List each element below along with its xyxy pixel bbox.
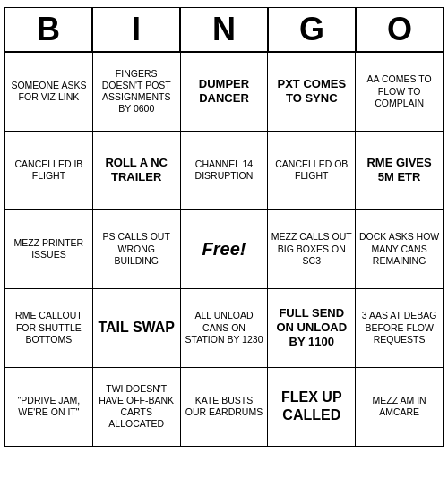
- bingo-cell-8: CANCELLED OB FLIGHT: [268, 132, 356, 210]
- bingo-cell-14: DOCK ASKS HOW MANY CANS REMAINING: [356, 210, 444, 289]
- bingo-cell-1: FINGERS DOESN'T POST ASSIGNMENTS BY 0600: [93, 53, 181, 132]
- bingo-cell-12: Free!: [181, 210, 269, 289]
- header-letter: O: [356, 7, 444, 52]
- bingo-cell-4: AA COMES TO FLOW TO COMPLAIN: [356, 53, 444, 132]
- bingo-cell-16: TAIL SWAP: [93, 289, 181, 368]
- header-letter: I: [92, 7, 180, 52]
- bingo-cell-24: MEZZ AM IN AMCARE: [356, 368, 444, 447]
- bingo-cell-6: ROLL A NC TRAILER: [93, 132, 181, 210]
- bingo-cell-19: 3 AAS AT DEBAG BEFORE FLOW REQUESTS: [356, 289, 444, 368]
- bingo-cell-3: PXT COMES TO SYNC: [268, 53, 356, 132]
- bingo-cell-21: TWI DOESN'T HAVE OFF-BANK CARTS ALLOCATE…: [93, 368, 181, 447]
- bingo-cell-9: RME GIVES 5M ETR: [356, 132, 444, 210]
- bingo-grid: SOMEONE ASKS FOR VIZ LINKFINGERS DOESN'T…: [4, 52, 444, 447]
- bingo-cell-17: ALL UNLOAD CANS ON STATION BY 1230: [181, 289, 269, 368]
- bingo-cell-23: FLEX UP CALLED: [268, 368, 356, 447]
- bingo-cell-2: DUMPER DANCER: [181, 53, 269, 132]
- bingo-cell-5: CANCELLED IB FLIGHT: [5, 132, 93, 210]
- bingo-cell-22: KATE BUSTS OUR EARDRUMS: [181, 368, 269, 447]
- bingo-cell-11: PS CALLS OUT WRONG BUILDING: [93, 210, 181, 289]
- header-letter: G: [268, 7, 356, 52]
- bingo-cell-18: FULL SEND ON UNLOAD BY 1100: [268, 289, 356, 368]
- bingo-cell-13: MEZZ CALLS OUT BIG BOXES ON SC3: [268, 210, 356, 289]
- header-letter: N: [180, 7, 268, 52]
- bingo-cell-15: RME CALLOUT FOR SHUTTLE BOTTOMS: [5, 289, 93, 368]
- bingo-header: BINGO: [4, 7, 444, 52]
- bingo-cell-10: MEZZ PRINTER ISSUES: [5, 210, 93, 289]
- bingo-cell-20: "PDRIVE JAM, WE'RE ON IT": [5, 368, 93, 447]
- bingo-cell-0: SOMEONE ASKS FOR VIZ LINK: [5, 53, 93, 132]
- header-letter: B: [4, 7, 92, 52]
- bingo-cell-7: CHANNEL 14 DISRUPTION: [181, 132, 269, 210]
- bingo-card: BINGO SOMEONE ASKS FOR VIZ LINKFINGERS D…: [4, 7, 444, 447]
